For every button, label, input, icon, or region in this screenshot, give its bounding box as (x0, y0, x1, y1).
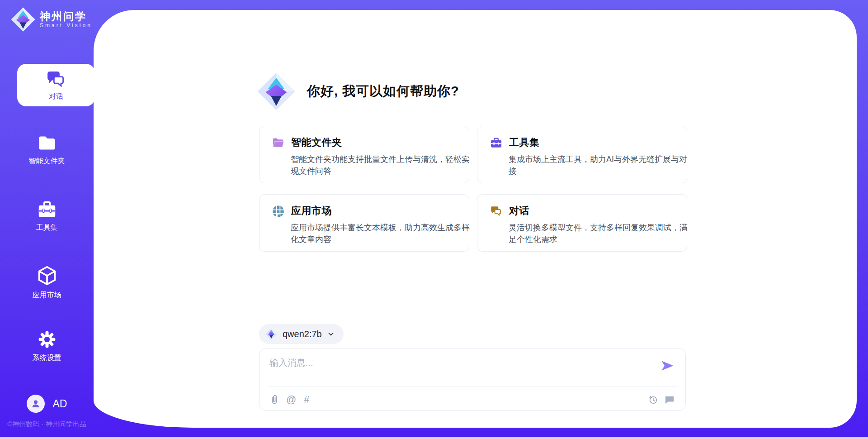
avatar (27, 395, 45, 413)
mention-button[interactable]: @ (286, 395, 296, 405)
sidebar-item-smart-folder[interactable]: 智能文件夹 (0, 134, 94, 166)
sidebar-item-toolbox[interactable]: 工具集 (0, 200, 94, 233)
brand-subtitle: Smart Vision (40, 22, 92, 29)
paperclip-icon (270, 395, 278, 405)
greeting: 你好, 我可以如何帮助你? (257, 72, 459, 110)
card-toolbox[interactable]: 工具集 集成市场上主流工具，助力AI与外界无缝扩展与对接 (477, 126, 687, 183)
card-description: 应用市场提供丰富长文本模板，助力高效生成多样化文章内容 (291, 222, 472, 245)
card-title: 对话 (509, 204, 529, 218)
sidebar-item-label: 系统设置 (33, 353, 61, 363)
message-input[interactable] (269, 357, 649, 382)
main-panel: 你好, 我可以如何帮助你? 智能文件夹 智能文件夹功能支持批量文件上传与清洗，轻… (94, 10, 857, 428)
model-diamond-icon (265, 328, 277, 340)
sidebar-item-chat[interactable]: 对话 (17, 64, 95, 106)
card-title: 智能文件夹 (291, 136, 342, 149)
bottom-scrollbar[interactable] (0, 437, 868, 439)
message-icon (665, 395, 675, 404)
composer-divider (267, 387, 678, 387)
user-account[interactable]: AD (0, 395, 94, 413)
new-chat-button[interactable] (665, 395, 675, 404)
send-icon (660, 358, 675, 373)
card-app-market[interactable]: 应用市场 应用市场提供丰富长文本模板，助力高效生成多样化文章内容 (259, 194, 469, 252)
chat-icon (490, 205, 502, 217)
grid-icon (272, 205, 284, 217)
sidebar-item-label: 工具集 (36, 223, 58, 233)
card-title: 工具集 (509, 136, 540, 149)
message-composer: @ # (259, 348, 686, 411)
history-button[interactable] (648, 395, 658, 405)
greeting-diamond-icon (257, 72, 295, 110)
sidebar-footer: ©神州数码 · 神州问学出品 (0, 420, 94, 429)
hash-icon: # (304, 395, 309, 405)
composer-toolbar: @ # (270, 395, 675, 405)
greeting-text: 你好, 我可以如何帮助你? (307, 82, 459, 100)
history-icon (648, 395, 658, 405)
folder-icon (272, 137, 284, 149)
card-description: 智能文件夹功能支持批量文件上传与清洗，轻松实现文件问答 (291, 153, 472, 177)
cube-icon (37, 265, 57, 286)
briefcase-icon (490, 137, 502, 149)
chevron-down-icon (327, 330, 335, 338)
chat-icon (46, 69, 66, 89)
gear-icon (38, 330, 57, 349)
folder-icon (37, 134, 57, 152)
card-smart-folder[interactable]: 智能文件夹 智能文件夹功能支持批量文件上传与清洗，轻松实现文件问答 (259, 126, 469, 183)
brand-diamond-icon (11, 7, 35, 32)
sidebar: 神州问学 Smart Vision 对话 智能文件夹 (0, 0, 94, 439)
model-selector[interactable]: qwen2:7b (259, 324, 344, 344)
sidebar-item-label: 应用市场 (33, 291, 61, 300)
attach-file-button[interactable] (270, 395, 278, 405)
person-icon (30, 398, 41, 409)
toolbox-icon (37, 200, 57, 219)
card-chat[interactable]: 对话 灵活切换多模型文件，支持多样回复效果调试，满足个性化需求 (477, 194, 687, 252)
sidebar-item-label: 智能文件夹 (29, 157, 65, 166)
sidebar-item-app-market[interactable]: 应用市场 (0, 265, 94, 300)
brand-name: 神州问学 (40, 10, 92, 22)
topic-button[interactable]: # (304, 395, 309, 405)
sidebar-item-settings[interactable]: 系统设置 (0, 330, 94, 363)
at-icon: @ (286, 395, 296, 405)
brand-logo: 神州问学 Smart Vision (11, 7, 92, 32)
card-description: 灵活切换多模型文件，支持多样回复效果调试，满足个性化需求 (509, 222, 690, 245)
sidebar-item-label: 对话 (49, 92, 63, 101)
send-button[interactable] (660, 358, 675, 373)
card-description: 集成市场上主流工具，助力AI与外界无缝扩展与对接 (509, 153, 690, 177)
card-title: 应用市场 (291, 204, 332, 218)
model-name: qwen2:7b (283, 329, 322, 339)
user-label: AD (53, 398, 67, 410)
feature-cards: 智能文件夹 智能文件夹功能支持批量文件上传与清洗，轻松实现文件问答 工具集 集成… (259, 126, 687, 252)
